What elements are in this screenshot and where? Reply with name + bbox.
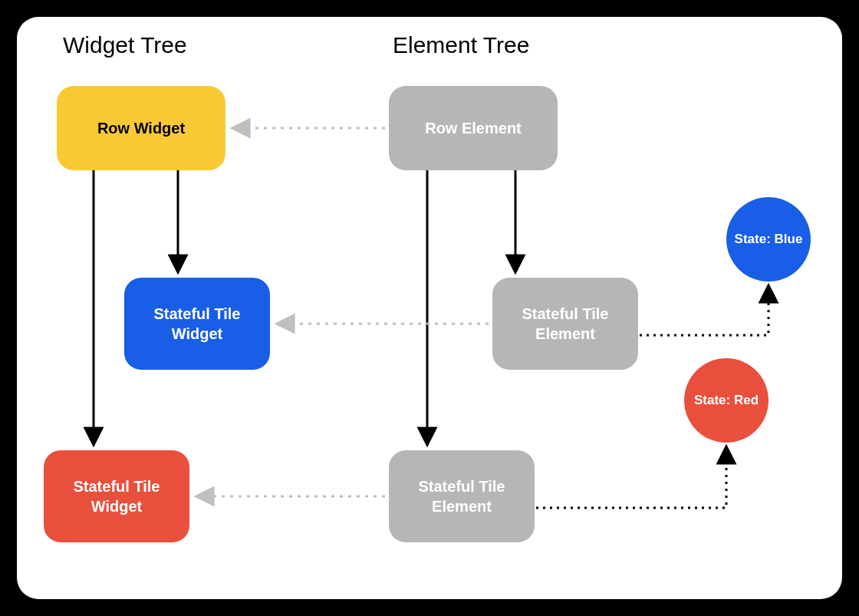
state-blue-label: State: Blue: [735, 231, 803, 247]
state-red-label: State: Red: [694, 392, 759, 408]
stateful-tile-element-2-node: Stateful Tile Element: [389, 450, 535, 542]
stateful-tile-widget-red-label: Stateful Tile Widget: [50, 476, 183, 516]
stateful-tile-widget-blue-label: Stateful Tile Widget: [130, 304, 264, 344]
link-tile-element-2-to-state-red: [536, 448, 726, 508]
stateful-tile-element-2-label: Stateful Tile Element: [395, 476, 528, 516]
row-widget-node: Row Widget: [57, 86, 225, 170]
stateful-tile-element-1-node: Stateful Tile Element: [492, 278, 638, 370]
state-red-circle: State: Red: [684, 358, 768, 443]
widget-tree-heading: Widget Tree: [63, 32, 187, 58]
element-tree-heading: Element Tree: [393, 32, 529, 58]
row-element-node: Row Element: [389, 86, 558, 170]
row-widget-label: Row Widget: [97, 118, 185, 138]
state-blue-circle: State: Blue: [726, 197, 811, 282]
stateful-tile-element-1-label: Stateful Tile Element: [499, 304, 632, 344]
stateful-tile-widget-blue-node: Stateful Tile Widget: [124, 278, 270, 370]
diagram-canvas: Widget Tree Element Tree Row Widget Stat…: [17, 17, 842, 599]
stateful-tile-widget-red-node: Stateful Tile Widget: [44, 450, 189, 542]
row-element-label: Row Element: [425, 118, 522, 138]
link-tile-element-1-to-state-blue: [640, 287, 768, 335]
